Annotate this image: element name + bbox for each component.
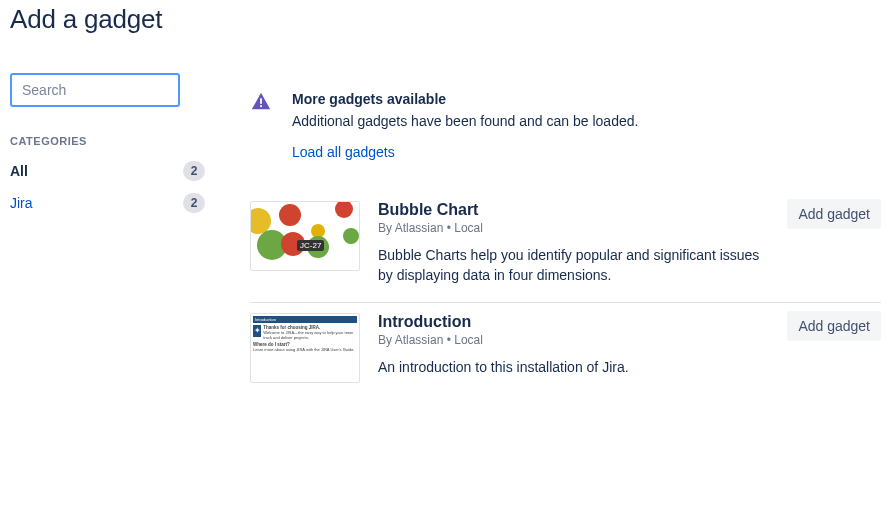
category-count-badge: 2 xyxy=(183,161,205,181)
gadget-thumbnail: JC-27 xyxy=(250,201,360,271)
add-gadget-button[interactable]: Add gadget xyxy=(787,199,881,229)
gadget-thumbnail: Introduction ✦ Thanks for choosing JIRA.… xyxy=(250,313,360,383)
gadget-title: Bubble Chart xyxy=(378,201,771,219)
page-title: Add a gadget xyxy=(10,0,881,35)
categories-heading: CATEGORIES xyxy=(10,135,220,147)
gadget-meta: By Atlassian • Local xyxy=(378,221,771,235)
notice-banner: More gadgets available Additional gadget… xyxy=(250,91,881,161)
category-count-badge: 2 xyxy=(183,193,205,213)
gadget-row: JC-27 Bubble Chart By Atlassian • Local … xyxy=(250,191,881,303)
add-gadget-button[interactable]: Add gadget xyxy=(787,311,881,341)
gadget-meta: By Atlassian • Local xyxy=(378,333,771,347)
gadget-description: An introduction to this installation of … xyxy=(378,357,771,377)
sidebar: CATEGORIES All 2 Jira 2 xyxy=(10,73,220,399)
category-item-all[interactable]: All 2 xyxy=(10,157,205,185)
search-input[interactable] xyxy=(10,73,180,107)
notice-title: More gadgets available xyxy=(292,91,881,107)
warning-icon xyxy=(250,91,274,115)
gadget-title: Introduction xyxy=(378,313,771,331)
svg-rect-0 xyxy=(260,98,262,104)
thumb-badge: JC-27 xyxy=(297,240,324,251)
notice-description: Additional gadgets have been found and c… xyxy=(292,113,881,129)
gadget-row: Introduction ✦ Thanks for choosing JIRA.… xyxy=(250,303,881,399)
main-content: More gadgets available Additional gadget… xyxy=(220,73,881,399)
svg-rect-1 xyxy=(260,105,262,107)
load-all-gadgets-link[interactable]: Load all gadgets xyxy=(292,144,395,160)
gadget-description: Bubble Charts help you identify popular … xyxy=(378,245,771,286)
category-label: Jira xyxy=(10,195,33,211)
category-label: All xyxy=(10,163,28,179)
category-item-jira[interactable]: Jira 2 xyxy=(10,189,205,217)
